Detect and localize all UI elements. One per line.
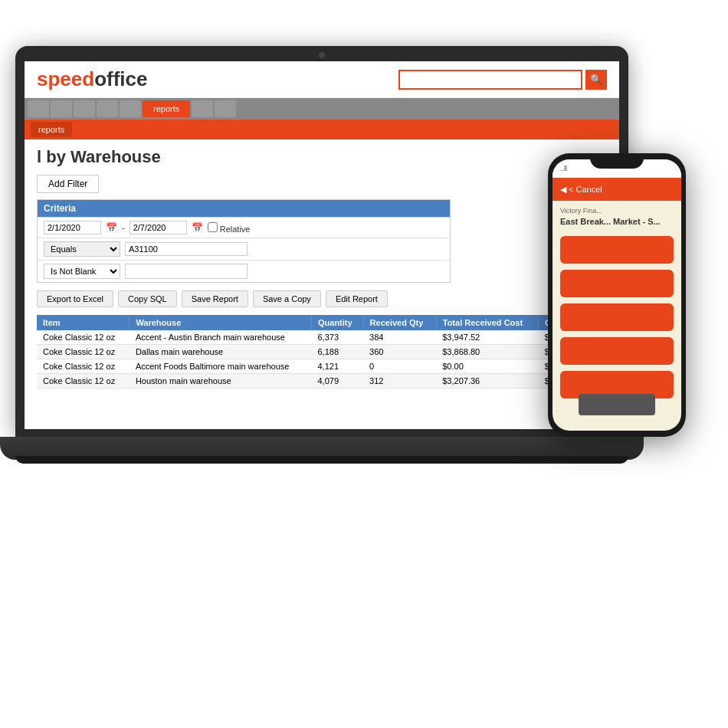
save-copy-button[interactable]: Save a Copy bbox=[253, 290, 321, 307]
nav-item-3[interactable] bbox=[74, 100, 95, 117]
content-area: l by Warehouse Add Filter Criteria 📅 - 📅 bbox=[25, 139, 619, 396]
logo: speedoffice bbox=[37, 67, 148, 91]
table-row: Coke Classic 12 ozAccent Foods Baltimore… bbox=[37, 359, 607, 374]
search-button[interactable]: 🔍 bbox=[585, 70, 607, 90]
col-received-qty: Received Qty bbox=[363, 315, 436, 330]
nav-item-2[interactable] bbox=[51, 100, 72, 117]
filter-row-3: Is Not Blank bbox=[38, 260, 450, 282]
nav-item-reports[interactable]: reports bbox=[143, 100, 190, 117]
col-warehouse: Warehouse bbox=[130, 315, 312, 330]
scene: speedoffice 🔍 reports bbox=[0, 0, 728, 728]
phone-button-list bbox=[560, 233, 674, 402]
page-title: l by Warehouse bbox=[37, 147, 607, 167]
phone-body: ..ll ◀ < Cancel Victory Fina... East Bre… bbox=[548, 153, 686, 437]
nav-item-1[interactable] bbox=[28, 100, 49, 117]
laptop: speedoffice 🔍 reports bbox=[15, 46, 628, 475]
is-not-blank-select[interactable]: Is Not Blank bbox=[44, 264, 120, 279]
equals-select[interactable]: Equals bbox=[44, 241, 120, 257]
nav-item-5[interactable] bbox=[120, 100, 141, 117]
phone-screen: ..ll ◀ < Cancel Victory Fina... East Bre… bbox=[553, 159, 681, 431]
phone: ..ll ◀ < Cancel Victory Fina... East Bre… bbox=[548, 153, 686, 437]
export-excel-button[interactable]: Export to Excel bbox=[37, 290, 113, 307]
search-area: 🔍 bbox=[398, 70, 607, 90]
relative-checkbox[interactable] bbox=[208, 222, 218, 232]
date-to-input[interactable] bbox=[130, 221, 187, 234]
phone-nav-bar: ◀ < Cancel bbox=[553, 178, 681, 201]
phone-btn-1[interactable] bbox=[560, 236, 674, 264]
calendar-from-icon[interactable]: 📅 bbox=[106, 222, 117, 233]
phone-content: Victory Fina... East Break... Market - S… bbox=[553, 201, 681, 408]
filter-header: Criteria bbox=[38, 200, 450, 217]
laptop-body: speedoffice 🔍 reports bbox=[15, 46, 628, 437]
add-filter-button[interactable]: Add Filter bbox=[37, 175, 99, 193]
filter-row-2: Equals bbox=[38, 238, 450, 260]
row3-value-input[interactable] bbox=[125, 264, 248, 279]
laptop-base-bottom bbox=[15, 456, 628, 464]
sub-nav-reports[interactable]: reports bbox=[31, 122, 72, 137]
phone-btn-3[interactable] bbox=[560, 303, 674, 331]
results-table: Item Warehouse Quantity Received Qty Tot… bbox=[37, 315, 607, 389]
save-report-button[interactable]: Save Report bbox=[182, 290, 248, 307]
sub-nav: reports bbox=[25, 120, 619, 139]
col-total-cost: Total Received Cost bbox=[436, 315, 538, 330]
laptop-screen: speedoffice 🔍 reports bbox=[25, 61, 619, 429]
action-buttons: Export to Excel Copy SQL Save Report Sav… bbox=[37, 290, 607, 307]
calendar-to-icon[interactable]: 📅 bbox=[192, 222, 203, 233]
table-row: Coke Classic 12 ozHouston main warehouse… bbox=[37, 374, 607, 389]
screen-header: speedoffice 🔍 bbox=[25, 61, 619, 98]
relative-checkbox-label: Relative bbox=[208, 222, 251, 234]
copy-sql-button[interactable]: Copy SQL bbox=[118, 290, 177, 307]
laptop-camera bbox=[319, 52, 325, 58]
table-row: Coke Classic 12 ozAccent - Austin Branch… bbox=[37, 330, 607, 345]
phone-btn-2[interactable] bbox=[560, 270, 674, 297]
col-item: Item bbox=[37, 315, 130, 330]
phone-back-icon: ◀ bbox=[560, 185, 566, 195]
table-row: Coke Classic 12 ozDallas main warehouse6… bbox=[37, 345, 607, 359]
phone-btn-4[interactable] bbox=[560, 337, 674, 365]
logo-office: office bbox=[94, 67, 147, 90]
nav-item-4[interactable] bbox=[97, 100, 118, 117]
nav-item-7[interactable] bbox=[192, 100, 213, 117]
logo-speed: speed bbox=[37, 67, 94, 90]
edit-report-button[interactable]: Edit Report bbox=[326, 290, 388, 307]
filter-row-1: 📅 - 📅 Relative bbox=[38, 217, 450, 238]
date-separator: - bbox=[122, 223, 125, 232]
nav-item-8[interactable] bbox=[215, 100, 236, 117]
phone-signal: ..ll bbox=[560, 165, 567, 172]
phone-cancel-label: < Cancel bbox=[569, 185, 602, 194]
phone-cancel-button[interactable]: ◀ < Cancel bbox=[560, 185, 602, 195]
filter-table: Criteria 📅 - 📅 Relative bbox=[37, 199, 451, 283]
date-from-input[interactable] bbox=[44, 221, 101, 234]
search-input[interactable] bbox=[398, 70, 582, 90]
phone-vendor-name: East Break... Market - S... bbox=[560, 216, 674, 227]
filter-value-input[interactable] bbox=[125, 242, 248, 256]
phone-vendor-info: Victory Fina... bbox=[560, 207, 674, 215]
col-quantity: Quantity bbox=[312, 315, 364, 330]
phone-notch bbox=[590, 153, 644, 169]
phone-bottom-button[interactable] bbox=[579, 394, 655, 415]
nav-bar: reports bbox=[25, 98, 619, 120]
